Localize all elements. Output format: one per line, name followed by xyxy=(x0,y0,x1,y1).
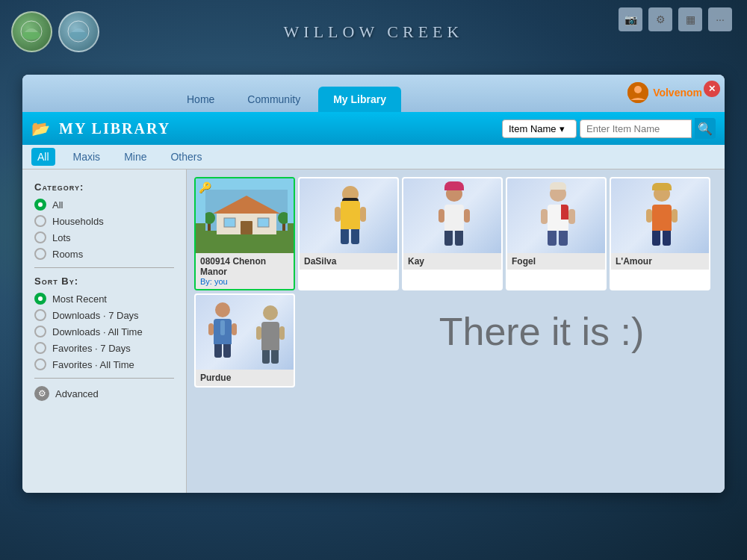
item-thumb-house: 🔑 xyxy=(196,178,295,253)
item-name-kay: Kay xyxy=(408,256,497,267)
search-dropdown-label: Item Name xyxy=(509,123,557,134)
item-name-fogel: Fogel xyxy=(512,256,601,267)
search-input[interactable] xyxy=(580,119,692,138)
nav-tabs: Home Community My Library Volvenom ✕ xyxy=(22,75,725,112)
tab-community[interactable]: Community xyxy=(232,87,315,112)
item-info-kay: Kay xyxy=(403,253,501,270)
category-all-label: All xyxy=(52,199,63,211)
category-all[interactable]: All xyxy=(34,199,174,211)
window-title: Willow Creek xyxy=(284,22,464,42)
item-lamour[interactable]: L'Amour xyxy=(610,177,710,290)
item-dasilva[interactable]: DaSilva xyxy=(298,177,399,290)
icon-menu[interactable]: ··· xyxy=(708,7,732,31)
header-bar: 📂 My Library Item Name ▾ 🔍 xyxy=(22,112,725,145)
category-lots[interactable]: Lots xyxy=(34,231,174,243)
sidebar: Category: All Households Lots Rooms Sort… xyxy=(22,169,187,493)
logo-circle-2[interactable] xyxy=(58,11,99,52)
logo-circle-1[interactable] xyxy=(11,11,52,52)
category-households[interactable]: Households xyxy=(34,215,174,227)
overlay-text-container: There it is :) xyxy=(374,309,710,354)
radio-downloads-all-icon xyxy=(34,326,46,337)
search-area: Item Name ▾ 🔍 xyxy=(502,118,716,139)
svg-rect-11 xyxy=(258,218,269,227)
search-icon: 🔍 xyxy=(698,122,713,136)
radio-downloads-7-icon xyxy=(34,309,46,321)
main-content: 🔑 xyxy=(187,169,725,493)
filter-tab-others[interactable]: Others xyxy=(164,148,208,166)
filter-tab-mine[interactable]: Mine xyxy=(118,148,152,166)
svg-point-5 xyxy=(634,86,642,93)
sort-favorites-7-label: Favorites · 7 Days xyxy=(52,343,131,354)
sort-downloads-7[interactable]: Downloads · 7 Days xyxy=(34,309,174,321)
chevron-down-icon: ▾ xyxy=(560,123,565,134)
item-name-lamour: L'Amour xyxy=(616,256,704,267)
sidebar-divider-2 xyxy=(34,378,174,379)
sort-favorites-7[interactable]: Favorites · 7 Days xyxy=(34,342,174,354)
category-households-label: Households xyxy=(52,216,104,227)
user-avatar xyxy=(627,82,648,103)
filter-tab-maxis[interactable]: Maxis xyxy=(67,148,107,166)
advanced-button[interactable]: ⚙ Advanced xyxy=(34,386,174,401)
radio-all-icon xyxy=(34,199,46,211)
radio-rooms-icon xyxy=(34,248,46,260)
char-purdue-group xyxy=(200,302,293,362)
sort-downloads-7-label: Downloads · 7 Days xyxy=(52,310,139,321)
item-thumb-fogel xyxy=(507,178,607,253)
item-name-dasilva: DaSilva xyxy=(304,256,393,267)
radio-most-recent-icon xyxy=(34,293,46,305)
item-fogel[interactable]: Fogel xyxy=(506,177,607,290)
item-name-purdue: Purdue xyxy=(200,373,289,383)
category-lots-label: Lots xyxy=(52,232,71,243)
sort-downloads-all[interactable]: Downloads · All Time xyxy=(34,326,174,337)
sort-favorites-all[interactable]: Favorites · All Time xyxy=(34,358,174,370)
item-name-house: 080914 Chenon Manor xyxy=(200,256,289,277)
item-subtitle-house: By: you xyxy=(200,277,289,286)
sort-most-recent[interactable]: Most Recent xyxy=(34,293,174,305)
svg-rect-12 xyxy=(241,221,252,234)
char-fogel-figure xyxy=(536,186,580,246)
category-rooms-label: Rooms xyxy=(52,249,83,260)
icon-settings[interactable]: ⚙ xyxy=(648,7,672,31)
radio-lots-icon xyxy=(34,231,46,243)
item-info-house: 080914 Chenon Manor By: you xyxy=(196,253,294,289)
item-info-fogel: Fogel xyxy=(507,253,605,270)
username: Volvenom xyxy=(653,87,702,99)
sort-most-recent-label: Most Recent xyxy=(52,293,107,305)
item-info-purdue: Purdue xyxy=(196,370,294,386)
main-panel: Home Community My Library Volvenom ✕ 📂 M… xyxy=(22,75,725,493)
radio-favorites-all-icon xyxy=(34,358,46,370)
advanced-label: Advanced xyxy=(55,388,99,399)
sort-favorites-all-label: Favorites · All Time xyxy=(52,359,134,370)
char-kay-figure xyxy=(432,186,477,246)
sidebar-divider-1 xyxy=(34,267,174,268)
sort-downloads-all-label: Downloads · All Time xyxy=(52,326,143,337)
content-area: Category: All Households Lots Rooms Sort… xyxy=(22,169,725,493)
item-thumb-purdue xyxy=(196,295,295,370)
icon-grid[interactable]: ▦ xyxy=(678,7,702,31)
filter-tab-all[interactable]: All xyxy=(31,148,55,166)
gear-icon: ⚙ xyxy=(34,386,49,401)
item-info-dasilva: DaSilva xyxy=(300,253,397,270)
category-title: Category: xyxy=(34,181,174,193)
tab-home[interactable]: Home xyxy=(172,87,229,112)
icon-camera[interactable]: 📷 xyxy=(619,7,642,31)
search-dropdown[interactable]: Item Name ▾ xyxy=(502,119,577,138)
item-purdue[interactable]: Purdue xyxy=(194,293,295,388)
char-lamour-figure xyxy=(639,186,684,246)
item-info-lamour: L'Amour xyxy=(611,253,709,270)
item-chenon-manor[interactable]: 🔑 xyxy=(194,177,295,290)
user-info[interactable]: Volvenom xyxy=(627,82,702,103)
overlay-text: There it is :) xyxy=(439,309,645,354)
item-thumb-dasilva xyxy=(300,178,399,253)
filter-tabs: All Maxis Mine Others xyxy=(22,145,725,169)
char-dasilva-figure xyxy=(328,186,373,246)
item-kay[interactable]: Kay xyxy=(402,177,503,290)
folder-icon: 📂 xyxy=(31,119,52,137)
tab-my-library[interactable]: My Library xyxy=(318,87,401,112)
search-button[interactable]: 🔍 xyxy=(695,118,716,139)
item-thumb-kay xyxy=(403,178,503,253)
close-button[interactable]: ✕ xyxy=(704,81,720,97)
items-grid: 🔑 xyxy=(194,177,717,388)
svg-rect-10 xyxy=(224,218,235,227)
category-rooms[interactable]: Rooms xyxy=(34,248,174,260)
